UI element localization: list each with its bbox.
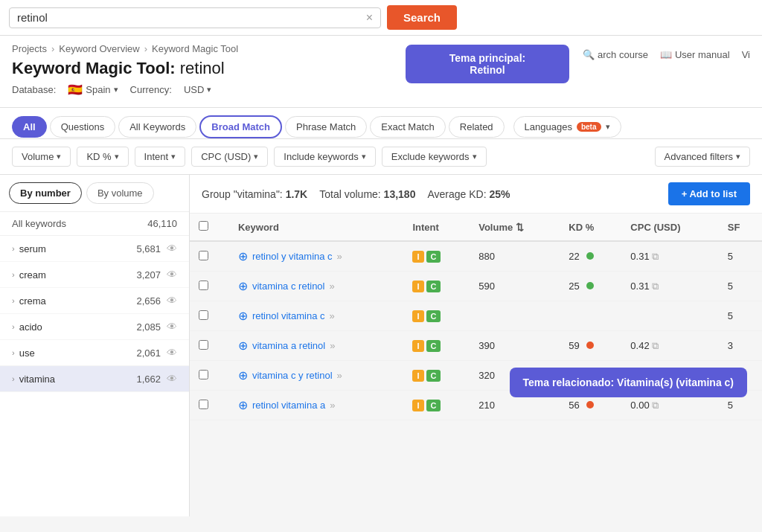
volume-filter[interactable]: Volume ▾ bbox=[12, 147, 71, 167]
tooltip-main-line2: Retinol bbox=[420, 64, 554, 76]
add-keyword-icon[interactable]: ⊕ bbox=[238, 279, 248, 293]
tab-exact-match[interactable]: Exact Match bbox=[370, 116, 446, 138]
languages-button[interactable]: Languages beta ▾ bbox=[513, 116, 621, 138]
breadcrumb-projects[interactable]: Projects bbox=[12, 43, 47, 54]
search-input[interactable] bbox=[17, 11, 360, 24]
row-checkbox-cell[interactable] bbox=[190, 272, 229, 301]
database-selector[interactable]: 🇪🇸 Spain ▾ bbox=[68, 83, 118, 97]
row-checkbox[interactable] bbox=[199, 340, 208, 350]
row-checkbox[interactable] bbox=[199, 370, 208, 379]
table-row: ⊕ vitamina a retinol » IC 390 59 0.42 ⧉ … bbox=[190, 331, 762, 361]
search-course-link[interactable]: 🔍 arch course bbox=[583, 49, 648, 60]
sidebar-all-keywords-row: All keywords 46,110 bbox=[0, 212, 189, 236]
cpc-cell: 0.31 ⧉ bbox=[621, 272, 718, 301]
sidebar-item-label: acido bbox=[19, 321, 42, 333]
keyword-link[interactable]: vitamina a retinol bbox=[252, 340, 325, 351]
database-label: Database: bbox=[12, 84, 56, 95]
keyword-link[interactable]: retinol vitamina a bbox=[252, 400, 325, 411]
eye-icon[interactable]: 👁 bbox=[167, 243, 177, 254]
intent-badge-c: C bbox=[426, 251, 441, 263]
copy-icon[interactable]: ⧉ bbox=[652, 340, 659, 351]
row-checkbox-cell[interactable] bbox=[190, 301, 229, 331]
keyword-link[interactable]: vitamina c y retinol bbox=[252, 370, 333, 381]
header-section: Projects › Keyword Overview › Keyword Ma… bbox=[0, 36, 762, 108]
eye-icon[interactable]: 👁 bbox=[167, 295, 177, 307]
sidebar-item-vitamina[interactable]: › vitamina 1,662 👁 bbox=[0, 366, 189, 392]
user-manual-link[interactable]: 📖 User manual bbox=[660, 49, 730, 60]
col-volume[interactable]: Volume ⇅ bbox=[470, 214, 560, 241]
tooltip-related-text: Tema relacionado: Vitamina(s) (vitamina … bbox=[523, 376, 734, 388]
tab-related[interactable]: Related bbox=[449, 116, 505, 138]
copy-icon[interactable]: ⧉ bbox=[652, 251, 659, 262]
row-checkbox-cell[interactable] bbox=[190, 361, 229, 391]
keyword-link[interactable]: retinol y vitamina c bbox=[252, 251, 333, 262]
row-checkbox-cell[interactable] bbox=[190, 331, 229, 361]
add-keyword-icon[interactable]: ⊕ bbox=[238, 309, 248, 323]
sidebar-item-serum[interactable]: › serum 5,681 👁 bbox=[0, 236, 189, 262]
tab-all[interactable]: All bbox=[12, 116, 47, 138]
tab-questions[interactable]: Questions bbox=[50, 116, 116, 138]
main-content: By number By volume All keywords 46,110 … bbox=[0, 175, 762, 516]
intent-badge-i: I bbox=[412, 281, 423, 292]
header-right-links: 🔍 arch course 📖 User manual Vi bbox=[583, 49, 762, 60]
kd-dot bbox=[586, 342, 594, 349]
col-intent[interactable]: Intent bbox=[403, 214, 470, 241]
row-checkbox-cell[interactable] bbox=[190, 391, 229, 420]
col-sf[interactable]: SF bbox=[719, 214, 762, 241]
row-checkbox[interactable] bbox=[199, 310, 208, 320]
breadcrumb-keyword-overview[interactable]: Keyword Overview bbox=[59, 43, 139, 54]
breadcrumb-magic-tool[interactable]: Keyword Magic Tool bbox=[152, 43, 238, 54]
sidebar-item-count: 2,061 bbox=[136, 347, 161, 359]
row-checkbox-cell[interactable] bbox=[190, 241, 229, 272]
search-bar: × Search bbox=[0, 0, 762, 36]
tab-broad-match[interactable]: Broad Match bbox=[199, 115, 282, 138]
col-cpc[interactable]: CPC (USD) bbox=[621, 214, 718, 241]
tab-all-keywords[interactable]: All Keywords bbox=[118, 116, 196, 138]
eye-icon[interactable]: 👁 bbox=[167, 347, 177, 359]
kd-filter[interactable]: KD % ▾ bbox=[77, 147, 128, 167]
add-keyword-icon[interactable]: ⊕ bbox=[238, 249, 248, 263]
table-area: Group "vitamina": 1.7K Total volume: 13,… bbox=[190, 175, 762, 516]
copy-icon[interactable]: ⧉ bbox=[652, 400, 659, 411]
keyword-link[interactable]: retinol vitamina c bbox=[252, 310, 325, 321]
search-button[interactable]: Search bbox=[387, 5, 457, 30]
tooltip-main: Tema principal: Retinol bbox=[406, 45, 569, 83]
row-checkbox[interactable] bbox=[199, 281, 208, 290]
currency-selector[interactable]: USD ▾ bbox=[184, 84, 211, 95]
select-all-checkbox[interactable] bbox=[199, 221, 208, 231]
add-keyword-icon[interactable]: ⊕ bbox=[238, 339, 248, 353]
include-keywords-filter[interactable]: Include keywords ▾ bbox=[274, 147, 375, 167]
sort-by-number[interactable]: By number bbox=[9, 182, 82, 204]
advanced-filters-button[interactable]: Advanced filters ▾ bbox=[655, 147, 751, 167]
sidebar-controls: By number By volume bbox=[0, 175, 189, 212]
clear-icon[interactable]: × bbox=[366, 11, 373, 25]
keyword-link[interactable]: vitamina c retinol bbox=[252, 281, 325, 292]
row-checkbox[interactable] bbox=[199, 251, 208, 260]
add-to-list-button[interactable]: + Add to list bbox=[668, 182, 750, 205]
add-keyword-icon[interactable]: ⊕ bbox=[238, 398, 248, 412]
cpc-filter[interactable]: CPC (USD) ▾ bbox=[191, 147, 268, 167]
col-keyword[interactable]: Keyword bbox=[229, 214, 404, 241]
col-kd[interactable]: KD % bbox=[560, 214, 621, 241]
sort-by-volume[interactable]: By volume bbox=[86, 182, 154, 204]
intent-filter[interactable]: Intent ▾ bbox=[135, 147, 186, 167]
eye-icon[interactable]: 👁 bbox=[167, 321, 177, 333]
sidebar-item-cream[interactable]: › cream 3,207 👁 bbox=[0, 262, 189, 288]
eye-icon[interactable]: 👁 bbox=[167, 269, 177, 281]
chevron-right-icon: › bbox=[12, 296, 15, 305]
search-course-icon: 🔍 bbox=[583, 49, 595, 60]
kd-dot bbox=[586, 401, 594, 408]
intent-badge-i: I bbox=[412, 400, 423, 411]
intent-badge-i: I bbox=[412, 310, 423, 322]
copy-icon[interactable]: ⧉ bbox=[652, 281, 659, 292]
sidebar-item-crema[interactable]: › crema 2,656 👁 bbox=[0, 288, 189, 314]
eye-icon[interactable]: 👁 bbox=[167, 373, 177, 385]
row-checkbox[interactable] bbox=[199, 400, 208, 409]
tooltip-related: Tema relacionado: Vitamina(s) (vitamina … bbox=[510, 368, 747, 397]
add-keyword-icon[interactable]: ⊕ bbox=[238, 368, 248, 382]
tab-phrase-match[interactable]: Phrase Match bbox=[285, 116, 367, 138]
sidebar-item-use[interactable]: › use 2,061 👁 bbox=[0, 340, 189, 366]
sidebar-item-acido[interactable]: › acido 2,085 👁 bbox=[0, 314, 189, 340]
exclude-keywords-filter[interactable]: Exclude keywords ▾ bbox=[382, 147, 487, 167]
chevron-right-icon: › bbox=[12, 374, 15, 383]
